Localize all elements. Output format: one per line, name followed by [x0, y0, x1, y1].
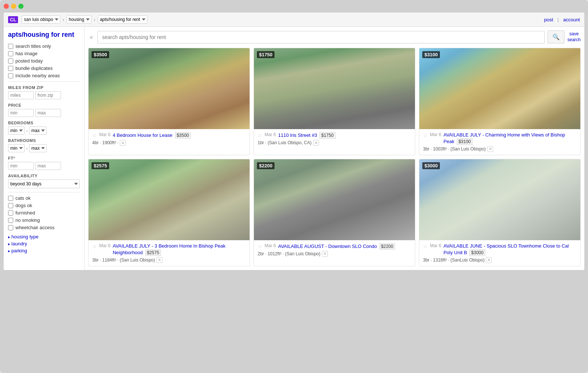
dismiss-button[interactable]: ✕: [157, 257, 162, 263]
search-titles-checkbox[interactable]: [8, 44, 13, 49]
favorite-icon[interactable]: ☆: [92, 244, 97, 249]
listing-date: Mar 6: [430, 243, 441, 248]
listing-price-badge: $2200: [257, 162, 275, 169]
furnished-label: furnished: [15, 210, 35, 216]
sidebar-item-parking[interactable]: parking: [8, 248, 80, 253]
listing-meta: ☆ Mar 6 AVAILABLE JUNE - Spacious SLO To…: [423, 243, 577, 256]
listing-card[interactable]: $1750 ☆ Mar 6 1110 Iris Street #3 $1750 …: [254, 48, 415, 155]
main-layout: apts/housing for rent search titles only…: [4, 27, 584, 270]
filter-search-titles[interactable]: search titles only: [8, 43, 80, 49]
bedrooms-filter-row: min1234 - max1234: [8, 127, 80, 135]
listing-sub: 1br · (San Luis Obispo, CA) ✕: [258, 140, 411, 146]
listing-sub: 3br · 1318ft² · (SanLuis Obispo) ✕: [423, 257, 577, 263]
listing-image: $3000: [419, 159, 580, 240]
browser-window: CL san luis obispo › housing › apts/hous…: [0, 0, 588, 373]
listing-title-link[interactable]: AVAILABLE JULY - 3 Bedroom Home In Bisho…: [113, 243, 226, 255]
dogs-ok-checkbox[interactable]: [8, 203, 13, 208]
listing-info: ☆ Mar 6 AVAILABLE JULY - 3 Bedroom Home …: [89, 240, 250, 266]
top-bar-divider: |: [557, 17, 559, 22]
zip-input[interactable]: [35, 91, 61, 99]
filter-bundle-duplicates[interactable]: bundle duplicates: [8, 65, 80, 71]
cl-logo: CL: [8, 16, 18, 23]
listing-price-inline: $1750: [319, 132, 335, 139]
availability-select[interactable]: beyond 30 days today in 1 week in 2 week…: [8, 180, 80, 188]
sidebar-item-housing-type[interactable]: housing type: [8, 234, 80, 239]
dismiss-button[interactable]: ✕: [120, 140, 126, 146]
search-button[interactable]: 🔍: [548, 31, 564, 43]
include-nearby-label: include nearby areas: [15, 73, 60, 78]
listing-card[interactable]: $2575 ☆ Mar 6 AVAILABLE JULY - 3 Bedroom…: [88, 159, 250, 266]
sidebar-links: housing type laundry parking: [8, 234, 80, 253]
bathrooms-max-select[interactable]: max123: [29, 144, 47, 152]
bundle-duplicates-checkbox[interactable]: [8, 66, 13, 71]
listing-title-link[interactable]: AVAILABLE AUGUST - Downtown SLO Condo: [278, 244, 377, 249]
wheelchair-label: wheelchair access: [15, 225, 54, 230]
listing-card[interactable]: $3100 ☆ Mar 6 AVAILABLE JULY - Charming …: [419, 48, 581, 155]
filter-furnished[interactable]: furnished: [8, 210, 80, 216]
maximize-dot[interactable]: [18, 4, 24, 9]
listing-meta: ☆ Mar 6 AVAILABLE JULY - Charming Home w…: [423, 132, 577, 145]
bedrooms-min-select[interactable]: min1234: [8, 127, 25, 135]
wheelchair-checkbox[interactable]: [8, 225, 13, 230]
listing-date: Mar 6: [265, 243, 276, 248]
cats-ok-checkbox[interactable]: [8, 196, 13, 201]
dismiss-button[interactable]: ✕: [486, 257, 492, 263]
filter-include-nearby[interactable]: include nearby areas: [8, 73, 80, 78]
favorite-icon[interactable]: ☆: [258, 132, 262, 138]
has-image-checkbox[interactable]: [8, 51, 13, 56]
listing-card[interactable]: $3000 ☆ Mar 6 AVAILABLE JUNE - Spacious …: [419, 159, 581, 266]
listing-date: Mar 6: [99, 132, 111, 137]
top-bar-right: post | account: [544, 17, 580, 22]
bedrooms-max-select[interactable]: max1234: [29, 127, 47, 135]
favorite-icon[interactable]: ☆: [92, 132, 97, 138]
filter-wheelchair-access[interactable]: wheelchair access: [8, 225, 80, 230]
listing-card[interactable]: $3500 ☆ Mar 6 4 Bedroom House for Lease …: [88, 48, 250, 155]
favorite-icon[interactable]: ☆: [423, 132, 428, 138]
sidebar-item-laundry[interactable]: laundry: [8, 241, 80, 246]
collapse-sidebar-button[interactable]: «: [88, 32, 94, 42]
listing-price-inline: $3500: [175, 132, 191, 139]
sqft-max-input[interactable]: [35, 162, 61, 170]
filter-posted-today[interactable]: posted today: [8, 58, 80, 64]
listing-card[interactable]: $2200 ☆ Mar 6 AVAILABLE AUGUST - Downtow…: [254, 159, 415, 266]
close-dot[interactable]: [4, 4, 9, 9]
listing-title-link[interactable]: AVAILABLE JUNE - Spacious SLO Townhome C…: [444, 243, 569, 255]
filter-has-image[interactable]: has image: [8, 51, 80, 56]
bedrooms-label: BEDROOMS: [8, 121, 80, 125]
filter-dogs-ok[interactable]: dogs ok: [8, 203, 80, 208]
post-link[interactable]: post: [544, 17, 553, 22]
furnished-checkbox[interactable]: [8, 210, 13, 216]
listing-info: ☆ Mar 6 AVAILABLE AUGUST - Downtown SLO …: [254, 240, 415, 260]
posted-today-checkbox[interactable]: [8, 58, 13, 64]
subcategory-select[interactable]: apts/housing for rent: [98, 15, 147, 24]
search-input[interactable]: [97, 31, 545, 43]
favorite-icon[interactable]: ☆: [423, 244, 428, 249]
listing-photo: [89, 48, 250, 129]
dismiss-button[interactable]: ✕: [313, 140, 319, 146]
category-select[interactable]: housing: [67, 15, 92, 24]
filter-no-smoking[interactable]: no smoking: [8, 217, 80, 223]
account-link[interactable]: account: [563, 17, 580, 22]
listing-image: $3500: [89, 48, 250, 129]
miles-input[interactable]: [8, 91, 34, 99]
sqft-min-input[interactable]: [8, 162, 34, 170]
miles-label: MILES FROM ZIP: [8, 85, 80, 90]
filter-cats-ok[interactable]: cats ok: [8, 195, 80, 201]
listing-sub: 4br · 1900ft² · ✕: [92, 140, 246, 146]
listing-title-link[interactable]: 1110 Iris Street #3: [278, 132, 317, 138]
dismiss-button[interactable]: ✕: [487, 146, 493, 152]
listing-title-link[interactable]: 4 Bedroom House for Lease: [113, 132, 173, 138]
favorite-icon[interactable]: ☆: [258, 244, 262, 249]
listing-image: $2200: [254, 159, 415, 240]
breadcrumb-arrow-2: ›: [94, 17, 96, 22]
include-nearby-checkbox[interactable]: [8, 73, 13, 78]
bathrooms-min-select[interactable]: min123: [8, 144, 25, 152]
location-select[interactable]: san luis obispo: [22, 15, 60, 24]
listing-info: ☆ Mar 6 AVAILABLE JUNE - Spacious SLO To…: [419, 240, 580, 266]
price-max-input[interactable]: [35, 109, 61, 117]
save-search-link[interactable]: save search: [567, 31, 581, 43]
minimize-dot[interactable]: [11, 4, 16, 9]
no-smoking-checkbox[interactable]: [8, 218, 13, 223]
dismiss-button[interactable]: ✕: [322, 251, 328, 257]
price-min-input[interactable]: [8, 109, 34, 117]
